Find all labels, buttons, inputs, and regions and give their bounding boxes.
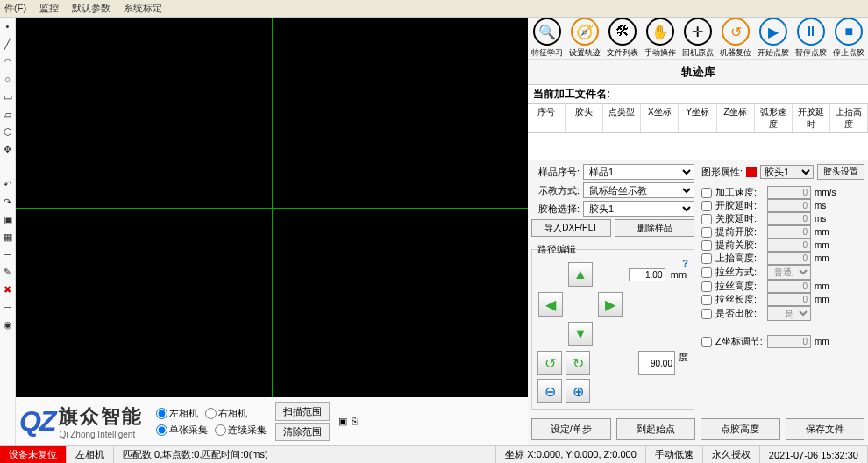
toolbar-btn-1[interactable]: 🧭设置轨迹 <box>569 18 601 59</box>
tool-redo-icon[interactable]: ↷ <box>0 193 15 210</box>
menu-monitor[interactable]: 监控 <box>39 2 59 15</box>
status-time: 2021-07-06 15:32:30 <box>760 446 868 463</box>
param-value-1[interactable]: 0 <box>767 199 811 212</box>
viewport[interactable] <box>16 18 528 397</box>
status-camera: 左相机 <box>67 446 114 463</box>
param-check-0[interactable] <box>701 188 712 198</box>
tool-line-icon[interactable]: ╱ <box>0 35 15 53</box>
toolbar-btn-2[interactable]: 🛠文件列表 <box>607 18 638 59</box>
scan-range-button[interactable]: 扫描范围 <box>275 402 330 421</box>
table-header: 序号胶头点类型X坐标Y坐标Z坐标弧形速度开胶延时上抬高度 <box>528 104 868 133</box>
tool-move-icon[interactable]: ✥ <box>0 140 15 158</box>
capture-single-radio[interactable]: 单张采集 <box>156 424 208 437</box>
param-select-6[interactable]: 普通上抬 <box>767 265 811 280</box>
import-button[interactable]: 导入DXF/PLT <box>531 219 611 237</box>
status-match: 匹配数:0,坏点数:0,匹配时间:0(ms) <box>114 446 496 463</box>
menu-file[interactable]: 件(F) <box>4 2 26 15</box>
param-value-5[interactable]: 0 <box>767 252 811 265</box>
param-check-4[interactable] <box>701 240 712 251</box>
step-input[interactable] <box>629 268 665 281</box>
bottom-btn-1[interactable]: 到起始点 <box>616 418 696 440</box>
col-header: Z坐标 <box>717 104 755 132</box>
rotate-cw-button[interactable]: ↻ <box>566 351 590 375</box>
param-check-6[interactable] <box>701 267 712 278</box>
param-value-7[interactable]: 0 <box>767 280 811 293</box>
toolbar-btn-4[interactable]: ✛回机原点 <box>682 18 714 59</box>
param-check-5[interactable] <box>701 253 712 264</box>
tool-del-icon[interactable]: ✖ <box>0 281 15 298</box>
attr-head-select[interactable]: 胶头1 <box>760 165 814 179</box>
head-select[interactable]: 胶头1 <box>583 201 694 217</box>
path-edit-panel: 路径编辑 ? ▲ mm ◀▶ ▼ ↺ ↻ 度 <box>531 243 694 410</box>
status-bar: 设备未复位 左相机 匹配数:0,坏点数:0,匹配时间:0(ms) 坐标 X:0.… <box>0 445 868 463</box>
bottom-btn-3[interactable]: 保存文件 <box>786 418 865 440</box>
menu-system[interactable]: 系统标定 <box>124 2 162 15</box>
current-file-label: 当前加工文件名: <box>528 84 868 104</box>
param-select-9[interactable]: 是 <box>767 306 811 321</box>
toolbar-btn-3[interactable]: ✋手动操作 <box>644 18 676 59</box>
head-settings-button[interactable]: 胶头设置 <box>817 164 864 180</box>
col-header: 点类型 <box>603 104 641 132</box>
tool-copy-icon[interactable]: ▣ <box>0 210 15 228</box>
toolbar-btn-6[interactable]: ▶开始点胶 <box>758 18 789 59</box>
col-header: 弧形速度 <box>755 104 793 132</box>
zoom-in-button[interactable]: ⊕ <box>566 379 590 403</box>
param-check-1[interactable] <box>701 201 712 211</box>
left-toolbar: • ╱ ◠ ○ ▭ ▱ ⬡ ✥ ─ ↶ ↷ ▣ ▦ ─ ✎ ✖ ─ ◉ <box>0 18 16 445</box>
teach-mode-select[interactable]: 鼠标给坐示教 <box>583 182 694 198</box>
col-header: 上抬高度 <box>830 104 868 132</box>
param-value-0[interactable]: 0 <box>767 186 811 199</box>
arrow-left-button[interactable]: ◀ <box>538 292 563 317</box>
param-check-8[interactable] <box>701 295 712 305</box>
status-mode: 手动低速 <box>646 446 703 463</box>
delete-sample-button[interactable]: 删除样品 <box>615 219 694 237</box>
tool-sep3: ─ <box>0 298 15 316</box>
status-coord: 坐标 X:0.000, Y:0.000, Z:0.000 <box>496 446 646 463</box>
help-icon[interactable]: ? <box>682 258 688 268</box>
param-check-2[interactable] <box>701 214 712 224</box>
param-value-8[interactable]: 0 <box>767 293 811 306</box>
color-swatch <box>746 167 757 177</box>
param-check-9[interactable] <box>701 309 712 319</box>
tool-arc-icon[interactable]: ◠ <box>0 53 15 70</box>
status-license: 永久授权 <box>703 446 760 463</box>
rotate-ccw-button[interactable]: ↺ <box>537 351 562 375</box>
tool-sep1: ─ <box>0 158 15 175</box>
table-body[interactable] <box>528 133 868 160</box>
tool-star-icon[interactable]: ⬡ <box>0 123 15 140</box>
arrow-up-button[interactable]: ▲ <box>568 262 593 287</box>
param-value-4[interactable]: 0 <box>767 239 811 252</box>
toolbar-btn-8[interactable]: ■停止点胶 <box>833 18 864 59</box>
clear-range-button[interactable]: 清除范围 <box>275 423 330 441</box>
tool-cam-icon[interactable]: ◉ <box>0 316 15 333</box>
arrow-down-button[interactable]: ▼ <box>568 322 593 346</box>
angle-input[interactable] <box>638 351 675 375</box>
col-header: 胶头 <box>566 104 603 132</box>
tool-poly-icon[interactable]: ▱ <box>0 105 15 123</box>
toolbar-btn-5[interactable]: ↺机器复位 <box>720 18 751 59</box>
toolbar-btn-7[interactable]: ⏸暂停点胶 <box>795 18 827 59</box>
bottom-btn-0[interactable]: 设定/单步 <box>531 418 611 440</box>
camera-right-radio[interactable]: 右相机 <box>205 407 247 420</box>
tool-rect-icon[interactable]: ▭ <box>0 88 15 105</box>
param-check-3[interactable] <box>701 227 712 238</box>
tool-pick-icon[interactable]: ✎ <box>0 263 15 281</box>
export-icon[interactable]: ⎘ <box>352 416 358 427</box>
capture-cont-radio[interactable]: 连续采集 <box>215 424 267 437</box>
param-value-3[interactable]: 0 <box>767 225 811 239</box>
tool-circle-icon[interactable]: ○ <box>0 70 15 88</box>
toolbar-btn-0[interactable]: 🔍特征学习 <box>531 18 563 59</box>
camera-left-radio[interactable]: 左相机 <box>156 407 198 420</box>
zoom-out-button[interactable]: ⊖ <box>537 379 562 403</box>
menu-defaults[interactable]: 默认参数 <box>72 2 110 15</box>
sample-select[interactable]: 样品1 <box>583 164 694 180</box>
align-icon[interactable]: ▣ <box>338 416 347 427</box>
tool-point-icon[interactable]: • <box>0 18 15 35</box>
param-value-2[interactable]: 0 <box>767 212 811 225</box>
arrow-right-button[interactable]: ▶ <box>598 292 623 317</box>
tool-grid-icon[interactable]: ▦ <box>0 228 15 246</box>
tool-undo-icon[interactable]: ↶ <box>0 175 15 193</box>
bottom-btn-2[interactable]: 点胶高度 <box>701 418 780 440</box>
z-adjust-check[interactable] <box>701 337 712 347</box>
param-check-7[interactable] <box>701 281 712 292</box>
